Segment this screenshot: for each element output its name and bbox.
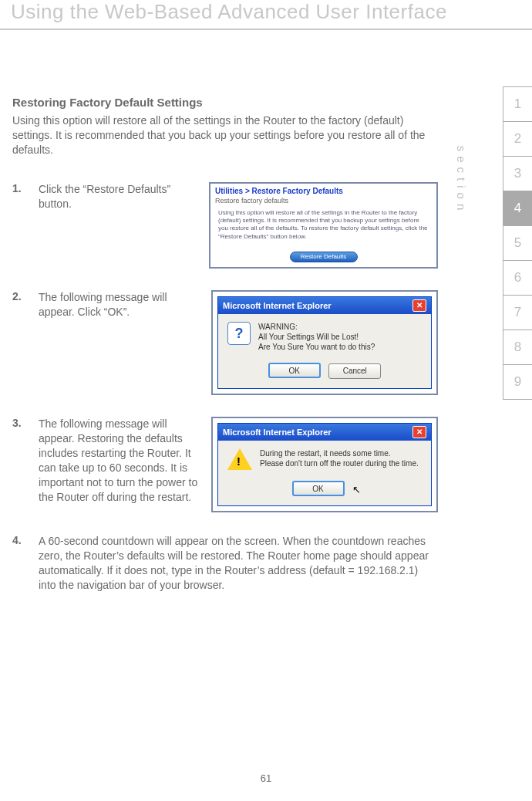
dialog-title: Microsoft Internet Explorer xyxy=(223,428,332,437)
chapter-title: Using the Web-Based Advanced User Interf… xyxy=(0,0,532,30)
close-icon[interactable]: ✕ xyxy=(412,426,426,438)
step-4: 4. A 60-second countdown will appear on … xyxy=(12,534,438,593)
panel-title: Utilities > Restore Factory Defaults xyxy=(210,184,436,197)
step-text: A 60-second countdown will appear on the… xyxy=(39,534,438,593)
step-number: 1. xyxy=(12,182,28,194)
step-number: 4. xyxy=(12,534,28,546)
confirm-dialog: Microsoft Internet Explorer ✕ ? WARNING:… xyxy=(217,296,432,389)
tab-3[interactable]: 3 xyxy=(503,156,532,191)
step-2: 2. The following message will appear. Cl… xyxy=(12,290,438,395)
tab-4[interactable]: 4 xyxy=(503,191,532,226)
step-text: The following message will appear. Resto… xyxy=(39,417,200,504)
step-text: Click the “Restore Defaults” button. xyxy=(39,182,198,211)
page-number: 61 xyxy=(0,772,532,784)
step-text: The following message will appear. Click… xyxy=(39,290,200,319)
panel-subtitle: Restore factory defaults xyxy=(210,197,436,208)
dialog-message: During the restart, it needs some time. … xyxy=(260,448,423,468)
warning-icon xyxy=(227,448,252,470)
step-3: 3. The following message will appear. Re… xyxy=(12,417,438,512)
confirm-dialog-wrapper: Microsoft Internet Explorer ✕ ? WARNING:… xyxy=(211,290,438,395)
ok-button[interactable]: OK xyxy=(292,481,345,496)
tab-5[interactable]: 5 xyxy=(503,225,532,261)
tab-2[interactable]: 2 xyxy=(503,121,532,157)
restore-defaults-panel: Utilities > Restore Factory Defaults Res… xyxy=(209,182,438,269)
tab-6[interactable]: 6 xyxy=(503,260,532,296)
question-icon: ? xyxy=(227,322,251,345)
dialog-title: Microsoft Internet Explorer xyxy=(223,301,332,310)
section-label: section xyxy=(427,174,497,187)
dialog-message: WARNING: All Your Settings Will be Lost!… xyxy=(258,322,423,352)
info-dialog: Microsoft Internet Explorer ✕ During the… xyxy=(217,423,432,506)
tab-1[interactable]: 1 xyxy=(503,86,532,122)
close-icon[interactable]: ✕ xyxy=(412,299,426,312)
tab-7[interactable]: 7 xyxy=(503,295,532,330)
cancel-button[interactable]: Cancel xyxy=(328,363,381,379)
panel-body: Using this option will restore all of th… xyxy=(210,208,436,248)
section-heading: Restoring Factory Default Settings xyxy=(12,96,438,109)
dialog-titlebar: Microsoft Internet Explorer ✕ xyxy=(218,297,431,314)
section-tabs: 1 2 3 4 5 6 7 8 9 xyxy=(503,86,532,399)
tab-8[interactable]: 8 xyxy=(503,330,532,365)
intro-text: Using this option will restore all of th… xyxy=(12,113,438,157)
restore-defaults-button[interactable]: Restore Defaults xyxy=(290,252,358,262)
step-number: 3. xyxy=(12,417,28,429)
step-number: 2. xyxy=(12,290,28,302)
tab-9[interactable]: 9 xyxy=(503,364,532,400)
ok-button[interactable]: OK xyxy=(268,363,321,378)
dialog-titlebar: Microsoft Internet Explorer ✕ xyxy=(218,424,431,441)
cursor-icon: ↖ xyxy=(352,484,361,495)
step-1: 1. Click the “Restore Defaults” button. … xyxy=(12,182,438,269)
info-dialog-wrapper: Microsoft Internet Explorer ✕ During the… xyxy=(211,417,438,512)
